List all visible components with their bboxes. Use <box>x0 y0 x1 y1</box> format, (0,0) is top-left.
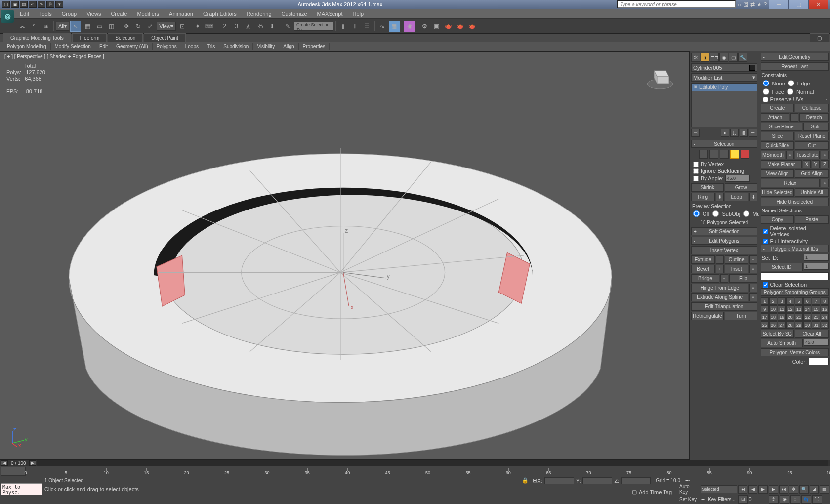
rollout-vertex-colors[interactable]: Polygon: Vertex Colors <box>761 348 829 356</box>
ribbon-collapse-icon[interactable]: ▢ <box>810 33 829 42</box>
relax-button[interactable]: Relax <box>761 179 820 187</box>
cut-button[interactable]: Cut <box>795 141 829 150</box>
view-align-button[interactable]: View Align <box>761 169 794 178</box>
outline-button[interactable]: Outline <box>725 255 748 264</box>
panel-visibility[interactable]: Visibility <box>253 43 279 50</box>
select-id-spinner[interactable]: 1 <box>804 263 829 270</box>
preview-multi-radio[interactable] <box>743 210 749 217</box>
redo-icon[interactable]: ↷ <box>38 1 45 8</box>
hierarchy-panel-icon[interactable]: ⊏⊐ <box>710 53 719 62</box>
remove-modifier-icon[interactable]: 🗑 <box>740 129 748 137</box>
extrude-button[interactable]: Extrude <box>691 255 715 264</box>
motion-panel-icon[interactable]: ◉ <box>719 53 728 62</box>
material-name-dropdown[interactable] <box>761 272 829 280</box>
smoothing-group-20[interactable]: 20 <box>786 313 794 321</box>
panel-subdivision[interactable]: Subdivision <box>219 43 253 50</box>
render-icon[interactable]: 🫖 <box>467 21 478 32</box>
split-button[interactable]: Split <box>803 123 829 131</box>
y-coord-field[interactable] <box>582 477 612 484</box>
menu-customize[interactable]: Customize <box>277 9 312 18</box>
nav-fov-icon[interactable]: ◢ <box>810 485 819 494</box>
isolate-icon[interactable]: ⊸ <box>685 477 690 484</box>
snap-2d-icon[interactable]: 2 <box>219 21 230 32</box>
make-planar-button[interactable]: Make Planar <box>761 160 802 168</box>
slice-plane-button[interactable]: Slice Plane <box>761 123 802 131</box>
menu-edit[interactable]: Edit <box>15 9 34 18</box>
bind-space-warp-icon[interactable]: ≋ <box>41 21 51 32</box>
move-tool-icon[interactable]: ✥ <box>121 21 132 32</box>
nav-pan-icon[interactable]: ✥ <box>789 485 798 494</box>
coords-icon[interactable]: ⊞ <box>533 477 537 484</box>
pin-stack-icon[interactable]: ⊣ <box>691 129 700 137</box>
smoothing-group-29[interactable]: 29 <box>795 321 803 329</box>
menu-graph-editors[interactable]: Graph Editors <box>198 9 242 18</box>
lock-icon[interactable]: 🔒 <box>522 477 529 484</box>
align-icon[interactable]: ⫴ <box>350 21 361 32</box>
ring-spinner-icon[interactable]: ⬍ <box>716 193 724 201</box>
menu-help[interactable]: Help <box>348 9 369 18</box>
smoothing-group-25[interactable]: 25 <box>761 321 769 329</box>
smoothing-group-28[interactable]: 28 <box>786 321 794 329</box>
smoothing-group-19[interactable]: 19 <box>778 313 786 321</box>
angle-snap-icon[interactable]: ∡ <box>243 21 254 32</box>
rollout-soft-selection[interactable]: Soft Selection <box>691 227 757 235</box>
smoothing-group-11[interactable]: 11 <box>778 305 786 313</box>
prev-frame-icon[interactable]: ◀ <box>748 485 758 494</box>
smoothing-group-26[interactable]: 26 <box>769 321 777 329</box>
ref-coord-dropdown[interactable]: View ▾ <box>157 22 176 31</box>
hscroll-right-icon[interactable]: ▶ <box>29 460 36 466</box>
smoothing-group-24[interactable]: 24 <box>821 313 829 321</box>
slice-button[interactable]: Slice <box>761 132 794 140</box>
object-color-swatch[interactable] <box>749 65 755 71</box>
spinner-snap-icon[interactable]: ⬍ <box>267 21 278 32</box>
outline-settings-icon[interactable]: ▫ <box>749 255 757 264</box>
utilities-panel-icon[interactable]: 🔧 <box>738 53 747 62</box>
panel-properties[interactable]: Properties <box>299 43 330 50</box>
smoothing-group-12[interactable]: 12 <box>786 305 794 313</box>
current-frame-field[interactable]: 0 <box>749 496 768 502</box>
smoothing-group-21[interactable]: 21 <box>795 313 803 321</box>
timeline[interactable]: 0510152025303540455055606570758085909510… <box>0 466 830 476</box>
panel-edit[interactable]: Edit <box>95 43 112 50</box>
modifier-list-dropdown[interactable]: Modifier List▾ <box>691 73 757 82</box>
tab-graphite[interactable]: Graphite Modeling Tools <box>3 33 71 42</box>
set-id-spinner[interactable]: 1 <box>804 254 829 261</box>
planar-z-button[interactable]: Z <box>821 160 829 168</box>
grow-button[interactable]: Grow <box>725 183 757 192</box>
nav-maxview-icon[interactable]: ⛶ <box>812 495 822 504</box>
attach-button[interactable]: Attach <box>761 113 790 122</box>
preserve-uvs-settings-icon[interactable]: ▫ <box>825 96 827 102</box>
delete-isolated-checkbox[interactable] <box>763 229 768 234</box>
modify-panel-icon[interactable]: ◗ <box>701 53 709 62</box>
shrink-button[interactable]: Shrink <box>691 183 724 192</box>
snap-3d-icon[interactable]: 3 <box>231 21 242 32</box>
help-icon[interactable]: ? <box>764 1 767 7</box>
goto-start-icon[interactable]: ⏮ <box>738 485 747 494</box>
goto-end-icon[interactable]: ⏭ <box>779 485 788 494</box>
smoothing-group-31[interactable]: 31 <box>812 321 820 329</box>
key-icon[interactable]: ⚿ <box>743 1 748 7</box>
vertex-subobj-icon[interactable] <box>699 150 708 159</box>
tab-object-paint[interactable]: Object Paint <box>144 33 185 42</box>
maxscript-listener[interactable]: Max to Physc. <box>1 483 42 495</box>
ring-button[interactable]: Ring <box>691 193 715 201</box>
menu-tools[interactable]: Tools <box>34 9 57 18</box>
insert-vertex-button[interactable]: Insert Vertex <box>691 246 757 254</box>
make-unique-icon[interactable]: ⋃ <box>730 129 739 137</box>
constraint-normal-radio[interactable] <box>787 88 793 95</box>
undo-icon[interactable]: ↶ <box>29 1 37 8</box>
nav-orbit-icon[interactable]: ◉ <box>780 495 789 504</box>
unhide-all-button[interactable]: Unhide All <box>795 188 829 197</box>
by-angle-spinner[interactable]: 45.0 <box>725 175 750 182</box>
reset-plane-button[interactable]: Reset Plane <box>795 132 829 140</box>
smoothing-group-4[interactable]: 4 <box>786 297 794 305</box>
nav-zoom-icon[interactable]: 🔍 <box>799 485 809 494</box>
next-frame-icon[interactable]: ▶ <box>769 485 778 494</box>
extrude-settings-icon[interactable]: ▫ <box>716 255 724 264</box>
constraint-edge-radio[interactable] <box>788 80 794 86</box>
panel-modify-selection[interactable]: Modify Selection <box>51 43 95 50</box>
keyed-tracks-dropdown[interactable]: Selected <box>701 485 737 493</box>
preview-off-radio[interactable] <box>693 210 700 217</box>
retriangulate-button[interactable]: Retriangulate <box>691 312 724 320</box>
smoothing-group-2[interactable]: 2 <box>769 297 777 305</box>
